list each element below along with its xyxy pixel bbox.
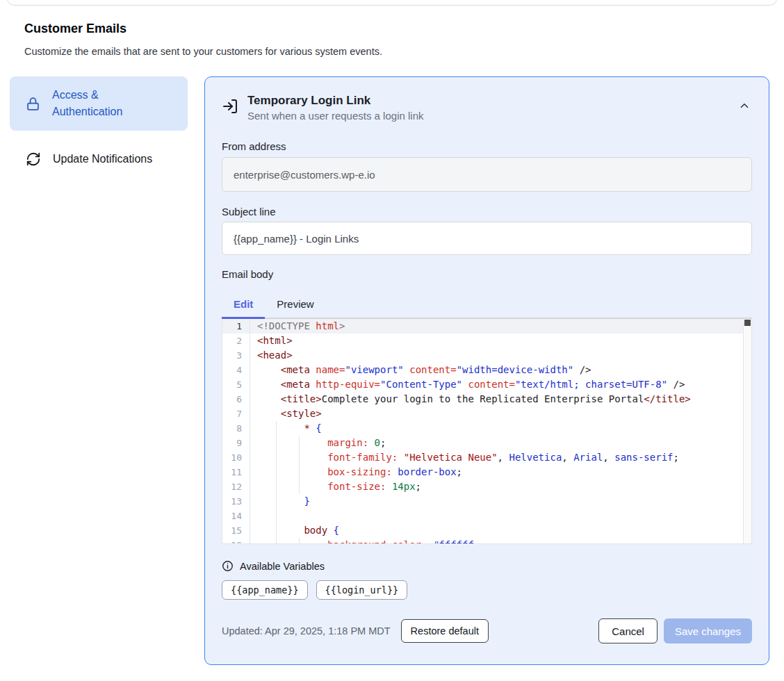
indent-guide <box>276 450 277 465</box>
line-number: 7 <box>222 407 250 421</box>
code-lines: 1<!DOCTYPE html>2<html>3<head>4 <meta na… <box>222 319 751 544</box>
indent-guide <box>299 465 300 479</box>
line-number: 13 <box>222 494 250 509</box>
line-number: 6 <box>222 392 250 407</box>
code-line: 14 <box>222 509 751 523</box>
code-line: 10 font-family: "Helvetica Neue", Helvet… <box>222 450 751 465</box>
panel-header: Temporary Login Link Sent when a user re… <box>222 94 752 122</box>
line-number: 3 <box>222 348 250 363</box>
indent-guide <box>299 479 300 494</box>
email-body-code-editor[interactable]: 1<!DOCTYPE html>2<html>3<head>4 <meta na… <box>222 319 752 544</box>
code-line: 12 font-size: 14px; <box>222 479 751 494</box>
code-line: 15 body { <box>222 523 751 538</box>
line-number: 16 <box>222 538 250 544</box>
line-number: 12 <box>222 479 250 494</box>
code-line: 5 <meta http-equiv="Content-Type" conten… <box>222 377 751 392</box>
code-line: 7 <style> <box>222 407 751 421</box>
available-variables-label: Available Variables <box>240 561 325 572</box>
code-line: 4 <meta name="viewport" content="width=d… <box>222 363 751 377</box>
panel-title: Temporary Login Link <box>247 94 423 108</box>
indent-guide <box>276 523 277 538</box>
code-line: 3<head> <box>222 348 751 363</box>
sidebar-item-label: Update Notifications <box>53 151 152 167</box>
from-address-input[interactable] <box>222 157 752 192</box>
restore-default-button[interactable]: Restore default <box>401 619 489 643</box>
collapse-panel-button[interactable] <box>738 99 751 112</box>
line-number: 5 <box>222 377 250 392</box>
panel-header-text: Temporary Login Link Sent when a user re… <box>247 94 423 122</box>
code-line: 9 margin: 0; <box>222 436 751 450</box>
subject-line-input[interactable] <box>222 222 752 255</box>
line-number: 14 <box>222 509 250 523</box>
line-number: 15 <box>222 523 250 538</box>
sidebar-item-label: Access & Authentication <box>52 87 149 120</box>
refresh-icon <box>26 151 41 167</box>
chevron-up-icon <box>738 99 751 112</box>
indent-guide <box>299 538 300 544</box>
line-number: 9 <box>222 436 250 450</box>
line-number: 8 <box>222 421 250 436</box>
tab-edit[interactable]: Edit <box>222 291 265 319</box>
indent-guide <box>299 436 300 450</box>
email-body-label: Email body <box>222 268 752 282</box>
code-line: 8 * { <box>222 421 751 436</box>
code-line: 2<html> <box>222 334 751 348</box>
indent-guide <box>276 421 277 436</box>
variable-chips: {{app_name}}{{login_url}} <box>222 580 752 600</box>
code-line: 6 <title>Complete your login to the Repl… <box>222 392 751 407</box>
updated-timestamp: Updated: Apr 29, 2025, 1:18 PM MDT <box>222 625 391 637</box>
from-address-label: From address <box>222 140 752 154</box>
code-line: 1<!DOCTYPE html> <box>222 319 751 334</box>
save-changes-button[interactable]: Save changes <box>664 618 752 643</box>
indent-guide <box>299 450 300 465</box>
scrollbar-thumb[interactable] <box>744 320 751 326</box>
variable-chip[interactable]: {{app_name}} <box>222 580 308 600</box>
cancel-button[interactable]: Cancel <box>598 618 658 643</box>
sidebar-item-access-authentication[interactable]: Access & Authentication <box>10 76 188 131</box>
subject-line-label: Subject line <box>222 206 752 220</box>
indent-guide <box>276 538 277 544</box>
code-line: 13 } <box>222 494 751 509</box>
email-types-sidebar: Access & Authentication Update Notificat… <box>10 76 188 177</box>
log-in-icon <box>222 98 238 122</box>
indent-guide <box>276 465 277 479</box>
lock-icon <box>26 97 40 111</box>
line-number: 2 <box>222 334 250 348</box>
editor-vertical-scrollbar[interactable] <box>743 319 751 543</box>
indent-guide <box>276 509 277 523</box>
line-number: 1 <box>222 319 250 334</box>
page-title: Customer Emails <box>24 22 126 36</box>
line-number: 11 <box>222 465 250 479</box>
info-icon <box>222 560 234 572</box>
customer-emails-page: Customer Emails Customize the emails tha… <box>0 0 784 681</box>
line-number: 10 <box>222 450 250 465</box>
available-variables-row: Available Variables <box>222 560 752 572</box>
panel-footer: Updated: Apr 29, 2025, 1:18 PM MDT Resto… <box>222 618 752 643</box>
indent-guide <box>276 479 277 494</box>
temporary-login-link-panel: Temporary Login Link Sent when a user re… <box>204 76 769 665</box>
sidebar-item-update-notifications[interactable]: Update Notifications <box>10 141 188 177</box>
email-body-tabs: Edit Preview <box>222 291 752 319</box>
code-line: 16 background-color: #ffffff; <box>222 538 751 544</box>
indent-guide <box>276 436 277 450</box>
previous-card-bottom-edge <box>7 0 777 6</box>
tab-preview[interactable]: Preview <box>265 291 325 318</box>
panel-subtitle: Sent when a user requests a login link <box>247 110 423 122</box>
page-description: Customize the emails that are sent to yo… <box>24 46 382 57</box>
indent-guide <box>276 494 277 509</box>
line-number: 4 <box>222 363 250 377</box>
code-line: 11 box-sizing: border-box; <box>222 465 751 479</box>
variable-chip[interactable]: {{login_url}} <box>316 580 408 600</box>
